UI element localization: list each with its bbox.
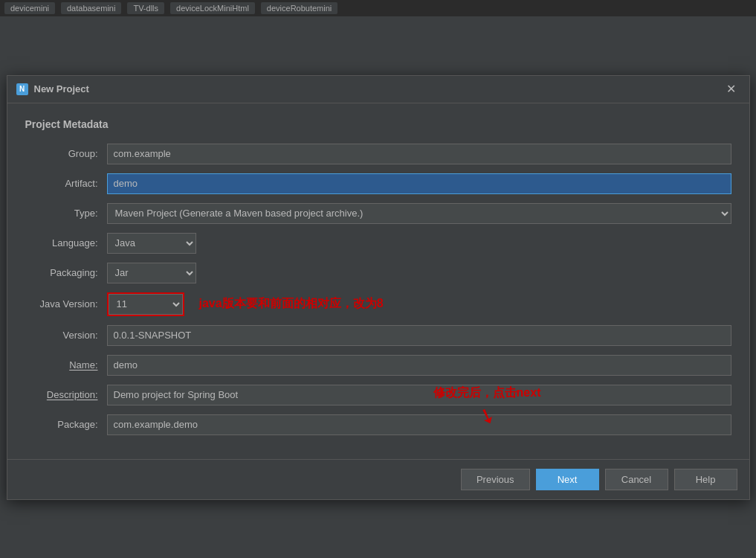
taskbar: devicemini databasemini TV-dlls deviceLo…	[0, 0, 756, 16]
group-input[interactable]	[107, 144, 731, 164]
artifact-row: Artifact:	[25, 173, 731, 194]
dialog-body: Project Metadata Group: Artifact: Type: …	[7, 103, 749, 459]
java-version-label: Java Version:	[25, 298, 107, 310]
package-row: Package:	[25, 414, 731, 435]
name-label: Name:	[25, 359, 107, 371]
next-button[interactable]: Next	[536, 469, 599, 490]
version-input[interactable]	[107, 325, 731, 346]
version-label: Version:	[25, 330, 107, 341]
arrow-down-icon: ➘	[475, 402, 500, 431]
dialog-title-group: N New Project	[16, 83, 89, 95]
language-select[interactable]: Java Kotlin Groovy	[107, 233, 196, 254]
next-annotation-text: 修改完后，点击next	[433, 385, 541, 401]
taskbar-tab-4[interactable]: deviceLockMiniHtml	[170, 2, 255, 14]
taskbar-tab-2[interactable]: databasemini	[61, 2, 121, 14]
java-version-highlight: 11 8 17 21	[107, 292, 184, 316]
close-button[interactable]: ✕	[722, 82, 740, 97]
language-label: Language:	[25, 237, 107, 248]
name-row: Name:	[25, 355, 731, 376]
package-label: Package:	[25, 419, 107, 430]
dialog-overlay: N New Project ✕ Project Metadata Group: …	[0, 16, 756, 558]
previous-button[interactable]: Previous	[461, 469, 530, 490]
new-project-dialog: N New Project ✕ Project Metadata Group: …	[7, 75, 750, 500]
language-row: Language: Java Kotlin Groovy	[25, 233, 731, 254]
java-version-row: Java Version: 11 8 17 21 java版本要和前面的相对应，…	[25, 292, 731, 316]
java-version-annotation: java版本要和前面的相对应，改为8	[199, 296, 384, 312]
java-version-select[interactable]: 11 8 17 21	[109, 294, 183, 315]
group-row: Group:	[25, 144, 731, 164]
description-row: Description:	[25, 385, 731, 405]
name-input[interactable]	[107, 355, 731, 376]
packaging-select[interactable]: Jar War	[107, 263, 196, 283]
type-row: Type: Maven Project (Generate a Maven ba…	[25, 203, 731, 224]
type-select[interactable]: Maven Project (Generate a Maven based pr…	[107, 203, 731, 224]
dialog-titlebar: N New Project ✕	[7, 76, 749, 103]
next-annotation-area: 修改完后，点击next ➘	[433, 385, 541, 429]
help-button[interactable]: Help	[674, 469, 737, 490]
taskbar-tab-1[interactable]: devicemini	[4, 2, 55, 14]
version-row: Version:	[25, 325, 731, 346]
package-input[interactable]	[107, 414, 731, 435]
artifact-input[interactable]	[107, 173, 731, 194]
group-label: Group:	[25, 148, 107, 159]
cancel-button[interactable]: Cancel	[605, 469, 668, 490]
dialog-footer: 修改完后，点击next ➘ Previous Next Cancel Help	[7, 459, 749, 499]
packaging-row: Packaging: Jar War	[25, 263, 731, 283]
artifact-label: Artifact:	[25, 178, 107, 189]
description-input[interactable]	[107, 385, 731, 405]
dialog-title-icon: N	[16, 83, 28, 95]
taskbar-tab-3[interactable]: TV-dlls	[127, 2, 164, 14]
description-label: Description:	[25, 389, 107, 400]
section-title: Project Metadata	[25, 118, 731, 130]
packaging-label: Packaging:	[25, 267, 107, 278]
type-label: Type:	[25, 208, 107, 219]
dialog-title-text: New Project	[34, 83, 89, 94]
taskbar-tab-5[interactable]: deviceRobutemini	[261, 2, 337, 14]
